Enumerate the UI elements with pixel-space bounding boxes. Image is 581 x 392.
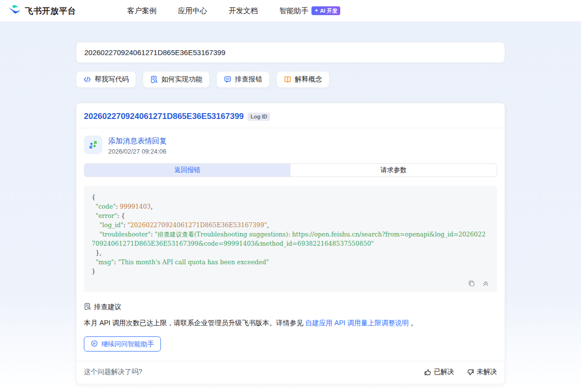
resolved-label: 已解决 — [434, 368, 454, 376]
ai-dev-badge-label: AI 开发 — [320, 7, 337, 14]
troubleshoot-error-button[interactable]: 排查报错 — [216, 71, 270, 88]
copy-icon[interactable] — [468, 280, 475, 287]
code-line: { — [92, 193, 489, 202]
how-to-implement-button[interactable]: 如何实现功能 — [143, 71, 210, 88]
result-tab-bar: 返回报错 请求参数 — [84, 163, 497, 177]
code-line: }, — [92, 248, 489, 257]
nav-item-app-center[interactable]: 应用中心 — [178, 6, 207, 16]
log-result-card: 202602270924061271D865E36E53167399 Log I… — [76, 103, 505, 384]
nav-menu: 客户案例 应用中心 开发文档 智能助手 ✦ AI 开发 — [127, 6, 340, 16]
code-line: "troubleshooter": "排查建议查看(Troubleshootin… — [92, 230, 489, 248]
chat-bubble-icon — [224, 76, 232, 83]
ask-ai-assistant-label: 继续问问智能助手 — [101, 340, 154, 349]
quick-action-label: 排查报错 — [235, 75, 262, 84]
quick-actions-row: 帮我写代码 如何实现功能 — [76, 71, 505, 88]
quota-adjust-doc-link[interactable]: 自建应用 API 调用量上限调整说明 — [305, 319, 408, 327]
api-info-text: 添加消息表情回复 2026/02/27 09:24:06 — [108, 136, 167, 155]
card-header: 202602270924061271D865E36E53167399 Log I… — [77, 103, 504, 128]
card-footer: 这个问题解决了吗? 已解决 — [77, 361, 504, 384]
unresolved-button[interactable]: 未解决 — [467, 368, 497, 376]
code-line: "error": { — [92, 211, 489, 220]
code-line: "code": 99991403, — [92, 202, 489, 211]
footer-wrap: 这个问题解决了吗? 已解决 — [77, 361, 504, 384]
nav-item-label: 应用中心 — [178, 6, 207, 16]
feedback-question: 这个问题解决了吗? — [84, 368, 142, 376]
page: 飞书开放平台 客户案例 应用中心 开发文档 智能助手 ✦ AI 开发 — [0, 0, 581, 392]
api-info-row: 添加消息表情回复 2026/02/27 09:24:06 — [84, 136, 497, 155]
message-circle-icon — [91, 340, 98, 349]
suggestion-heading-label: 排查建议 — [94, 303, 121, 312]
nav-item-customer-cases[interactable]: 客户案例 — [127, 6, 156, 16]
api-transfer-icon — [84, 136, 102, 154]
explain-concept-button[interactable]: 解释概念 — [276, 71, 329, 88]
brand-logo[interactable]: 飞书开放平台 — [8, 3, 76, 19]
suggestion-heading: 排查建议 — [84, 303, 497, 312]
nav-item-dev-docs[interactable]: 开发文档 — [229, 6, 258, 16]
suggestion-text: 本月 API 调用次数已达上限，请联系企业管理员升级飞书版本。详情参见 自建应用… — [84, 317, 497, 328]
doc-search-icon — [84, 303, 91, 312]
api-timestamp: 2026/02/27 09:24:06 — [108, 148, 167, 155]
code-line: "log_id": "202602270924061271D865E36E531… — [92, 220, 489, 230]
thumbs-down-icon — [467, 369, 474, 376]
api-name-link[interactable]: 添加消息表情回复 — [108, 136, 167, 146]
code-line: } — [92, 267, 489, 276]
feedback-actions: 已解决 未解决 — [424, 368, 497, 376]
code-icon — [83, 76, 91, 83]
quick-action-label: 帮我写代码 — [95, 75, 129, 84]
sparkle-icon: ✦ — [314, 7, 318, 14]
feishu-logo-icon — [8, 3, 21, 19]
quick-action-label: 解释概念 — [295, 75, 322, 84]
nav-item-label: 开发文档 — [229, 6, 258, 16]
nav-item-label: 客户案例 — [127, 6, 156, 16]
log-id-badge: Log ID — [248, 113, 270, 121]
suggestion-text-after: 。 — [409, 319, 418, 327]
collapse-icon[interactable] — [482, 280, 489, 287]
doc-search-icon — [150, 76, 158, 83]
search-input[interactable] — [76, 42, 505, 63]
brand-name: 飞书开放平台 — [25, 5, 76, 17]
book-icon — [284, 76, 291, 83]
unresolved-label: 未解决 — [477, 368, 497, 376]
ask-ai-assistant-button[interactable]: 继续问问智能助手 — [84, 336, 161, 352]
error-code-block: { "code": 99991403, "error": { "log_id":… — [84, 186, 497, 292]
write-code-button[interactable]: 帮我写代码 — [76, 71, 136, 88]
card-body: 添加消息表情回复 2026/02/27 09:24:06 返回报错 请求参数 {… — [77, 128, 504, 352]
content-container: 帮我写代码 如何实现功能 — [76, 21, 505, 384]
code-line: "msg": "This month's API call quota has … — [92, 257, 489, 267]
nav-item-ai-assistant[interactable]: 智能助手 ✦ AI 开发 — [279, 6, 340, 16]
tab-request-params[interactable]: 请求参数 — [290, 164, 497, 176]
resolved-button[interactable]: 已解决 — [424, 368, 454, 376]
code-toolbar — [92, 280, 489, 287]
quick-action-label: 如何实现功能 — [161, 75, 202, 84]
nav-item-label: 智能助手 — [279, 6, 309, 16]
suggestion-text-before: 本月 API 调用次数已达上限，请联系企业管理员升级飞书版本。详情参见 — [84, 319, 305, 327]
ai-dev-badge: ✦ AI 开发 — [311, 6, 340, 15]
main-background: 帮我写代码 如何实现功能 — [0, 21, 581, 392]
code-block-content: { "code": 99991403, "error": { "log_id":… — [92, 193, 489, 276]
top-navbar: 飞书开放平台 客户案例 应用中心 开发文档 智能助手 ✦ AI 开发 — [0, 0, 581, 21]
tab-error-response[interactable]: 返回报错 — [84, 164, 290, 176]
thumbs-up-icon — [424, 369, 431, 376]
log-id-title[interactable]: 202602270924061271D865E36E53167399 — [84, 112, 244, 121]
